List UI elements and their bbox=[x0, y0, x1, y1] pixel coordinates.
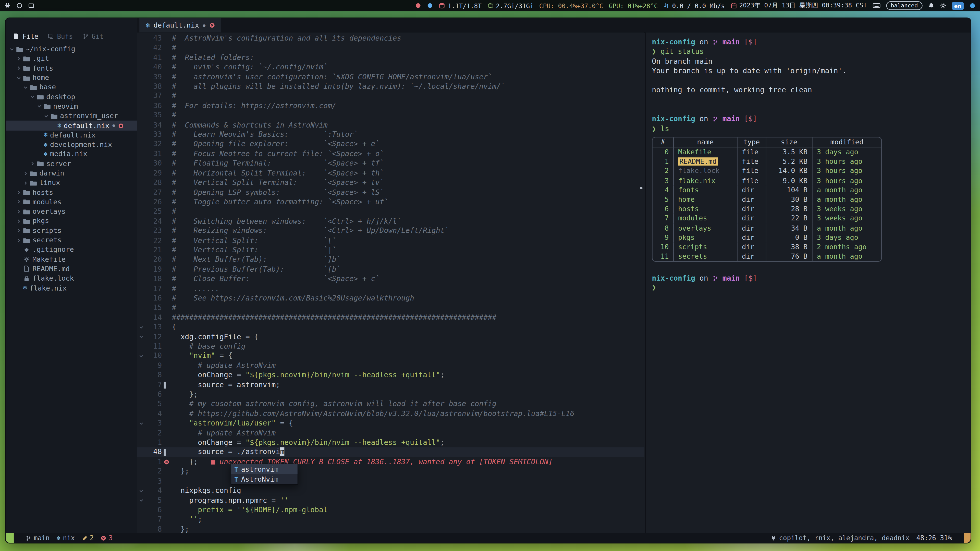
code-line[interactable]: 2 # update AstroNvim bbox=[137, 428, 644, 438]
code-line[interactable]: 11 # base config bbox=[137, 342, 644, 351]
code-line[interactable]: 12 xdg.configFile = { bbox=[137, 332, 644, 342]
code-line[interactable]: 4 nixpkgs.config bbox=[137, 486, 644, 496]
code-line[interactable]: 43# AstroNvim's configuration and all it… bbox=[137, 34, 644, 43]
code-line[interactable]: 38# all plugins will be installed into(b… bbox=[137, 82, 644, 92]
circle-icon[interactable] bbox=[16, 3, 22, 9]
code-line[interactable]: 16# See https://astronvim.com/Basic%20Us… bbox=[137, 294, 644, 303]
code-line[interactable]: 6 prefix = ''${HOME}/.npm-global bbox=[137, 505, 644, 515]
code-line[interactable]: 42# bbox=[137, 43, 644, 53]
code-line[interactable]: 5 # my cusotom astronvim config, astronv… bbox=[137, 400, 644, 409]
completion-item[interactable]: TAstroNvim bbox=[231, 474, 298, 484]
code-line[interactable]: 7 ''; bbox=[137, 515, 644, 525]
code-line[interactable]: 5 programs.npm.npmrc = '' bbox=[137, 495, 644, 505]
keyboard-layout[interactable]: en bbox=[952, 2, 964, 10]
git-branch[interactable]: main bbox=[25, 534, 49, 541]
tree-item[interactable]: astronvim_user bbox=[6, 111, 137, 121]
tree-item[interactable]: ❄default.nix● bbox=[6, 121, 137, 130]
code-line[interactable]: 36# For details: https://astronvim.com/ bbox=[137, 101, 644, 111]
tree-item[interactable]: hosts bbox=[6, 188, 137, 197]
diagnostics-errors[interactable]: 3 bbox=[100, 534, 113, 541]
tree-item[interactable]: README.md bbox=[6, 264, 137, 273]
tree-item[interactable]: overlays bbox=[6, 207, 137, 216]
tree-item[interactable]: desktop bbox=[6, 92, 137, 102]
tree-item[interactable]: server bbox=[6, 159, 137, 168]
logo-icon[interactable] bbox=[4, 3, 11, 9]
close-icon[interactable] bbox=[209, 22, 215, 28]
keyboard-layout-badge[interactable]: en bbox=[952, 2, 964, 10]
code-line[interactable]: 14######################################… bbox=[137, 313, 644, 322]
tree-item[interactable]: linux bbox=[6, 178, 137, 187]
tree-item[interactable]: fonts bbox=[6, 64, 137, 73]
code-line[interactable]: 48 source = ./astronvim bbox=[137, 448, 644, 457]
explorer-tab-git[interactable]: Git bbox=[82, 32, 103, 40]
tree-item[interactable]: .git bbox=[6, 54, 137, 63]
code-line[interactable]: 41# Related folders: bbox=[137, 53, 644, 63]
code-line[interactable]: 8 onChange = "${pkgs.neovim}/bin/nvim --… bbox=[137, 371, 644, 380]
code-line[interactable]: 17# ...... bbox=[137, 284, 644, 294]
tree-item[interactable]: pkgs bbox=[6, 216, 137, 226]
code-line[interactable]: 33# Learn Neovim's Basics: `:Tutor` bbox=[137, 130, 644, 140]
tree-item[interactable]: Makefile bbox=[6, 254, 137, 264]
code-line[interactable]: 40# nvim's config: `~/.config/nvim` bbox=[137, 62, 644, 72]
code-line[interactable]: 15# bbox=[137, 303, 644, 313]
code-line[interactable]: 24# Switching between windows: `<Ctrl> +… bbox=[137, 217, 644, 226]
code-line[interactable]: 3 bbox=[137, 476, 644, 486]
code-line[interactable]: 13{ bbox=[137, 322, 644, 332]
code-line[interactable]: 28# Vertical Split Terminal: `<Space> + … bbox=[137, 178, 644, 188]
code-line[interactable]: 27# Opening LSP symbols: `<Space> + lS` bbox=[137, 188, 644, 197]
code-line[interactable]: 23# Resizing windows: `<Ctrl> + Up/Down/… bbox=[137, 226, 644, 236]
explorer-tab-file[interactable]: File bbox=[13, 32, 38, 40]
tree-item[interactable]: .gitignore bbox=[6, 245, 137, 254]
tree-item[interactable]: scripts bbox=[6, 226, 137, 235]
tree-item[interactable]: ~/nix-config bbox=[6, 44, 137, 54]
tree-item[interactable]: home bbox=[6, 73, 137, 83]
code-line[interactable]: 18# Close Buffer: `<Space> + c` bbox=[137, 274, 644, 284]
code-line[interactable]: 22# Vertical Split: `\` bbox=[137, 236, 644, 246]
code-line[interactable]: 25# bbox=[137, 207, 644, 217]
code-line[interactable]: 10 "nvim" = { bbox=[137, 351, 644, 361]
code-line[interactable]: 20# Next Buffer(Tab): `]b` bbox=[137, 255, 644, 265]
tree-item[interactable]: ❄default.nix bbox=[6, 130, 137, 140]
code-line[interactable]: 32# Opening file explorer: `<Space> + e` bbox=[137, 140, 644, 149]
code-line[interactable]: 4 # https://github.com/AstroNvim/AstroNv… bbox=[137, 409, 644, 419]
code-line[interactable]: 39# astronvim's user configuration: `$XD… bbox=[137, 72, 644, 82]
win-icon[interactable] bbox=[28, 3, 34, 9]
code-line[interactable]: 31# Focus Neotree to current file: `<Spa… bbox=[137, 149, 644, 159]
tree-item[interactable]: ❄development.nix bbox=[6, 140, 137, 149]
terminal-pane[interactable]: nix-config on main [$]❯ git statusOn bra… bbox=[645, 32, 970, 533]
ls-cell: 76 B bbox=[766, 252, 812, 261]
tree-item[interactable]: darwin bbox=[6, 168, 137, 178]
tab-default-nix[interactable]: ❄ default.nix ● bbox=[139, 18, 221, 32]
code-line[interactable]: 1 onChange = "${pkgs.neovim}/bin/nvim --… bbox=[137, 438, 644, 448]
tree-item[interactable]: modules bbox=[6, 197, 137, 206]
diagnostics-warnings[interactable]: 2 bbox=[82, 534, 94, 541]
code-line[interactable]: 8 }; bbox=[137, 524, 644, 533]
code-line[interactable]: 7 source = astronvim; bbox=[137, 380, 644, 390]
code-line[interactable]: 35# bbox=[137, 111, 644, 121]
tree-item[interactable]: ❄media.nix bbox=[6, 149, 137, 159]
tree-item[interactable]: neovim bbox=[6, 102, 137, 111]
code-line[interactable]: 2 }; bbox=[137, 467, 644, 476]
code-line[interactable]: 3 "astronvim/lua/user" = { bbox=[137, 419, 644, 428]
code-line[interactable]: 30# Floating Terminal: `<Space> + tf` bbox=[137, 159, 644, 168]
code-line[interactable]: 34# Commands & shortcuts in AstroNvim bbox=[137, 121, 644, 130]
code-line[interactable]: 9 # update AstroNvim bbox=[137, 361, 644, 371]
code-line[interactable]: 29# Horizontal Split Terminal: `<Space> … bbox=[137, 168, 644, 178]
tree-item[interactable]: base bbox=[6, 83, 137, 92]
tree-item[interactable]: ❄flake.nix bbox=[6, 283, 137, 292]
code-line[interactable]: 19# Previous Buffer(Tab): `[b` bbox=[137, 265, 644, 275]
nix-file-icon: ❄ bbox=[44, 132, 48, 138]
tree-item[interactable]: secrets bbox=[6, 235, 137, 245]
ls-cell: 3 weeks ago bbox=[813, 204, 881, 214]
completion-item[interactable]: Tastronvim bbox=[231, 464, 298, 474]
explorer-tab-bufs[interactable]: Bufs bbox=[48, 32, 73, 40]
tree-item[interactable]: flake.lock bbox=[6, 274, 137, 283]
code-line[interactable]: 21# Vertical Split: `|` bbox=[137, 245, 644, 255]
code-line[interactable]: 26# Toggle buffer auto formatting: `<Spa… bbox=[137, 197, 644, 207]
code-line[interactable]: 6 }; bbox=[137, 390, 644, 400]
code-line[interactable]: 37# bbox=[137, 92, 644, 101]
power-profile-badge[interactable]: balanced bbox=[886, 1, 922, 10]
code-editor[interactable]: 43# AstroNvim's configuration and all it… bbox=[137, 32, 644, 533]
scrollbar-thumb[interactable] bbox=[640, 187, 643, 189]
code-line[interactable]: 1 }; ■ unexpected TOKEN_CURLY_B_CLOSE at… bbox=[137, 457, 644, 467]
